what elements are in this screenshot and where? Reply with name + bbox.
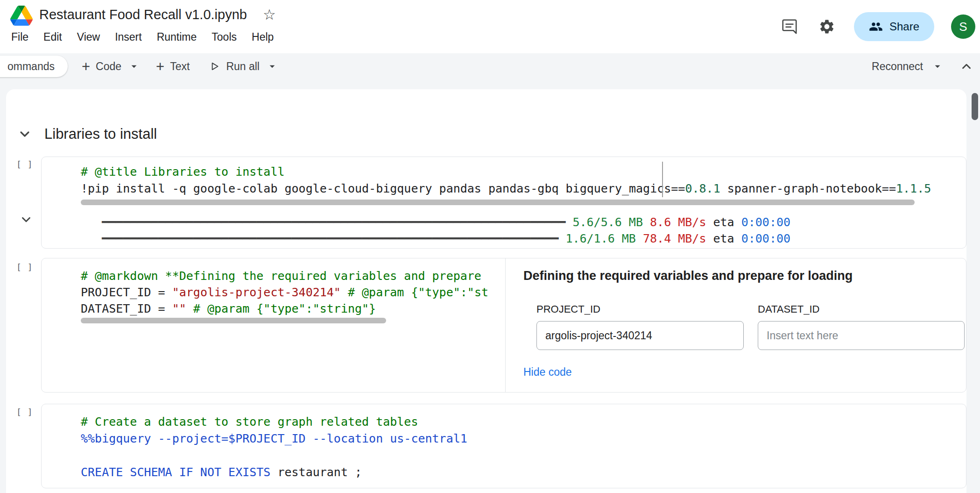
section-title: Libraries to install — [44, 126, 157, 143]
code-cell-2-form: # @markdown **Defining the required vari… — [41, 258, 966, 393]
add-code-dropdown[interactable] — [126, 58, 142, 74]
code-editor[interactable]: # Create a dataset to store graph relate… — [42, 404, 966, 481]
form-title: Defining the required variables and prep… — [523, 269, 853, 283]
menu-file[interactable]: File — [4, 27, 36, 47]
code-cell-3: # Create a dataset to store graph relate… — [41, 404, 966, 488]
plus-icon: + — [82, 59, 90, 74]
reconnect-button[interactable]: Reconnect — [867, 57, 928, 77]
code-line: # @title Libraries to install — [81, 164, 966, 180]
caret-down-icon — [266, 60, 278, 72]
code-editor[interactable]: # @markdown **Defining the required vari… — [42, 258, 506, 392]
avatar-initial: S — [959, 20, 967, 34]
toolbar-collapse-button[interactable] — [958, 57, 975, 75]
settings-button[interactable] — [817, 16, 837, 37]
add-text-button[interactable]: + Text — [151, 55, 194, 79]
run-all-dropdown[interactable] — [264, 58, 280, 74]
dataset-id-input[interactable] — [758, 321, 965, 350]
add-code-button[interactable]: + Code — [77, 55, 126, 79]
output-line: ━━━━━━━━━━━━━━━━━━━━━━━━━━━━━━━━━━━━━━━━… — [102, 214, 966, 230]
horizontal-scrollbar[interactable] — [81, 200, 915, 205]
comments-button[interactable] — [779, 16, 800, 37]
menu-insert[interactable]: Insert — [107, 27, 149, 47]
commands-button[interactable]: ommands — [0, 56, 68, 77]
notebook-title[interactable]: Restaurant Food Recall v1.0.ipynb — [39, 7, 247, 22]
chevron-down-icon — [17, 127, 32, 142]
code-editor[interactable]: # @title Libraries to install !pip insta… — [42, 157, 966, 197]
star-icon[interactable]: ☆ — [263, 7, 276, 22]
comment-icon — [781, 18, 798, 35]
cell-run-indicator[interactable]: [ ] — [16, 262, 33, 272]
run-all-label: Run all — [226, 60, 260, 73]
notebook-area: Libraries to install [ ] # @title Librar… — [6, 89, 966, 493]
account-avatar[interactable]: S — [951, 14, 975, 39]
app-header: Restaurant Food Recall v1.0.ipynb ☆ File… — [0, 0, 980, 53]
reconnect-dropdown[interactable] — [930, 58, 945, 74]
plus-icon: + — [156, 59, 164, 74]
drive-logo-icon[interactable] — [10, 6, 33, 26]
menu-bar: File Edit View Insert Runtime Tools Help — [4, 27, 281, 47]
run-all-button[interactable]: Run all — [204, 56, 264, 78]
cell-run-indicator[interactable]: [ ] — [16, 159, 33, 169]
params-form: Defining the required variables and prep… — [506, 258, 966, 392]
people-icon — [869, 20, 883, 34]
field-label-project-id: PROJECT_ID — [536, 303, 600, 315]
code-cell-1: # @title Libraries to install !pip insta… — [41, 157, 966, 249]
code-line: !pip install -q google-colab google-clou… — [81, 180, 966, 197]
menu-view[interactable]: View — [70, 27, 107, 47]
caret-down-icon — [931, 60, 944, 72]
cell-output: ━━━━━━━━━━━━━━━━━━━━━━━━━━━━━━━━━━━━━━━━… — [42, 207, 966, 248]
code-line: # @markdown **Defining the required vari… — [81, 268, 505, 284]
title-row: Restaurant Food Recall v1.0.ipynb ☆ — [39, 4, 276, 25]
code-line: %%bigquery --project=$PROJECT_ID --locat… — [81, 430, 966, 447]
section-collapse-chevron[interactable] — [17, 127, 32, 142]
cell-run-indicator[interactable]: [ ] — [16, 407, 33, 417]
menu-help[interactable]: Help — [244, 27, 281, 47]
gear-icon — [818, 18, 835, 35]
code-line: PROJECT_ID = "argolis-project-340214" # … — [81, 284, 505, 300]
add-code-label: Code — [96, 60, 121, 73]
chevron-down-icon — [19, 213, 33, 227]
vertical-scrollbar[interactable] — [972, 93, 978, 120]
section-header: Libraries to install — [17, 126, 157, 143]
field-label-dataset-id: DATASET_ID — [758, 303, 819, 315]
code-line: # Create a dataset to store graph relate… — [81, 414, 966, 430]
output-line: ━━━━━━━━━━━━━━━━━━━━━━━━━━━━━━━━━━━━━━━━… — [102, 230, 966, 247]
code-line: DATASET_ID = "" # @param {"type":"string… — [81, 300, 505, 317]
text-cursor — [662, 162, 663, 197]
header-actions: Share S — [779, 0, 975, 53]
reconnect-label: Reconnect — [872, 60, 923, 73]
menu-edit[interactable]: Edit — [36, 27, 70, 47]
menu-runtime[interactable]: Runtime — [149, 27, 204, 47]
horizontal-scrollbar[interactable] — [81, 318, 386, 323]
output-collapse-chevron[interactable] — [19, 213, 33, 227]
notebook-toolbar: ommands + Code + Text Run all Reconnect — [0, 53, 980, 79]
play-icon — [208, 60, 220, 72]
add-text-label: Text — [170, 60, 190, 73]
menu-tools[interactable]: Tools — [204, 27, 244, 47]
share-button[interactable]: Share — [854, 12, 934, 41]
chevron-up-icon — [959, 59, 973, 73]
caret-down-icon — [128, 60, 140, 72]
code-line — [81, 447, 966, 464]
code-line: CREATE SCHEMA IF NOT EXISTS restaurant ; — [81, 464, 966, 481]
project-id-input[interactable] — [536, 321, 744, 350]
share-label: Share — [889, 20, 919, 33]
hide-code-link[interactable]: Hide code — [523, 366, 572, 379]
commands-label: ommands — [7, 60, 55, 73]
